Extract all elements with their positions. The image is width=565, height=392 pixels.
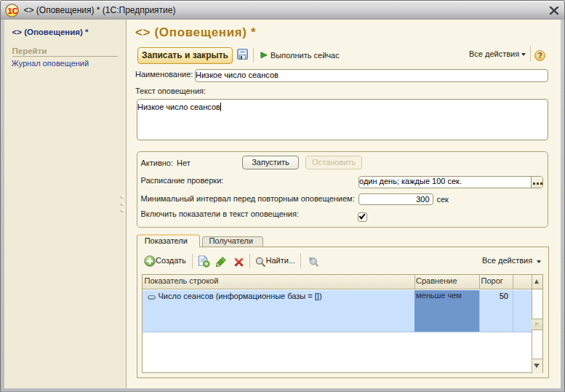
svg-text:1С: 1С bbox=[8, 7, 18, 15]
